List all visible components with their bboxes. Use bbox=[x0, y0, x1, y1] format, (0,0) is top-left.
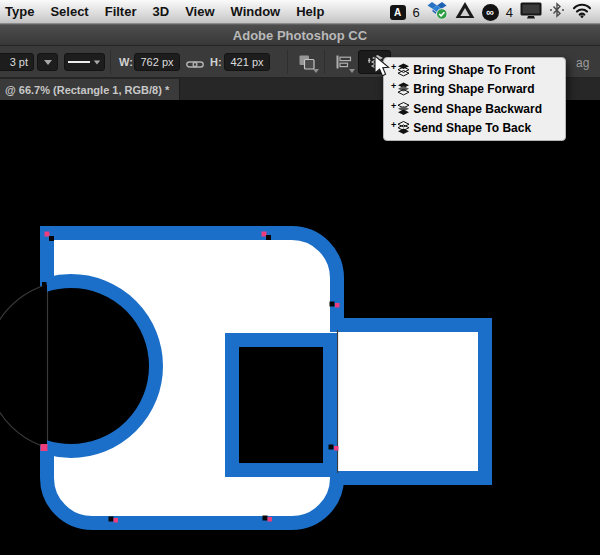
plus-modifier-icon: + bbox=[391, 62, 396, 72]
path-operations-button[interactable] bbox=[293, 50, 320, 74]
app-title: Adobe Photoshop CC bbox=[233, 28, 367, 43]
menu-item-bring-shape-to-front[interactable]: + Bring Shape To Front bbox=[384, 60, 565, 80]
document-canvas[interactable] bbox=[0, 100, 600, 555]
width-label: W: bbox=[119, 53, 133, 71]
path-operations-icon bbox=[298, 54, 316, 71]
send-to-back-icon bbox=[397, 121, 410, 135]
stroke-width-field[interactable]: 3 pt bbox=[0, 53, 34, 71]
adobe-badge-count: 6 bbox=[413, 5, 420, 20]
shape-arrange-menu: + Bring Shape To Front + Bring Shape For… bbox=[383, 57, 566, 141]
menu-help[interactable]: Help bbox=[296, 4, 324, 19]
plus-modifier-icon: + bbox=[391, 81, 396, 91]
send-backward-icon bbox=[397, 102, 410, 116]
menu-3d[interactable]: 3D bbox=[153, 4, 170, 19]
separator bbox=[110, 50, 111, 74]
bring-to-front-icon bbox=[397, 63, 410, 77]
menu-item-bring-shape-forward[interactable]: + Bring Shape Forward bbox=[384, 80, 565, 100]
dropbox-icon[interactable] bbox=[427, 1, 448, 24]
shape-artwork bbox=[0, 100, 600, 555]
stroke-style-dropdown[interactable] bbox=[64, 53, 105, 71]
adobe-app-icon[interactable]: A bbox=[390, 5, 406, 20]
mouse-cursor-icon bbox=[374, 55, 391, 82]
bring-forward-icon bbox=[397, 82, 410, 96]
cc-badge-count: 4 bbox=[506, 5, 513, 20]
document-tab-label: @ 66.7% (Rectangle 1, RGB/8) * bbox=[5, 84, 169, 96]
photoshop-window: Type Select Filter 3D View Window Help A… bbox=[0, 0, 600, 555]
chevron-down-icon bbox=[313, 69, 319, 73]
display-icon[interactable] bbox=[520, 2, 542, 23]
menu-filter[interactable]: Filter bbox=[105, 4, 137, 19]
chevron-down-icon bbox=[94, 60, 100, 64]
shape-width-input[interactable]: 762 px bbox=[134, 53, 180, 71]
macos-menu-bar: Type Select Filter 3D View Window Help A… bbox=[0, 0, 600, 24]
document-tab[interactable]: @ 66.7% (Rectangle 1, RGB/8) * bbox=[0, 79, 180, 100]
menu-window[interactable]: Window bbox=[231, 4, 281, 19]
menu-select[interactable]: Select bbox=[50, 4, 88, 19]
menu-item-send-shape-to-back[interactable]: + Send Shape To Back bbox=[384, 119, 565, 139]
solid-stroke-preview bbox=[68, 60, 90, 64]
bluetooth-icon[interactable] bbox=[549, 2, 565, 22]
shape-height-input[interactable]: 421 px bbox=[224, 53, 270, 71]
clipped-label-fragment: ag bbox=[576, 56, 589, 70]
separator bbox=[324, 50, 325, 74]
chevron-down-icon bbox=[44, 60, 52, 65]
subtracted-square-path bbox=[232, 340, 330, 470]
stroke-width-dropdown-button[interactable] bbox=[37, 53, 58, 71]
separator bbox=[287, 50, 288, 74]
path-alignment-icon bbox=[335, 55, 352, 69]
height-label: H: bbox=[210, 53, 222, 71]
menu-view[interactable]: View bbox=[185, 4, 214, 19]
plus-modifier-icon: + bbox=[391, 120, 396, 130]
path-alignment-button[interactable] bbox=[330, 50, 356, 74]
link-dimensions-icon[interactable] bbox=[186, 56, 204, 74]
app-title-bar: Adobe Photoshop CC bbox=[0, 24, 600, 46]
creative-cloud-icon[interactable]: ∞ bbox=[482, 4, 499, 21]
menu-type[interactable]: Type bbox=[5, 4, 34, 19]
plus-modifier-icon: + bbox=[391, 101, 396, 111]
chevron-down-icon bbox=[349, 69, 355, 73]
menu-bar-status-icons: A 6 ∞ 4 bbox=[390, 0, 592, 24]
wifi-icon[interactable] bbox=[572, 3, 592, 22]
google-drive-icon[interactable] bbox=[455, 2, 475, 23]
menu-item-send-shape-backward[interactable]: + Send Shape Backward bbox=[384, 99, 565, 119]
